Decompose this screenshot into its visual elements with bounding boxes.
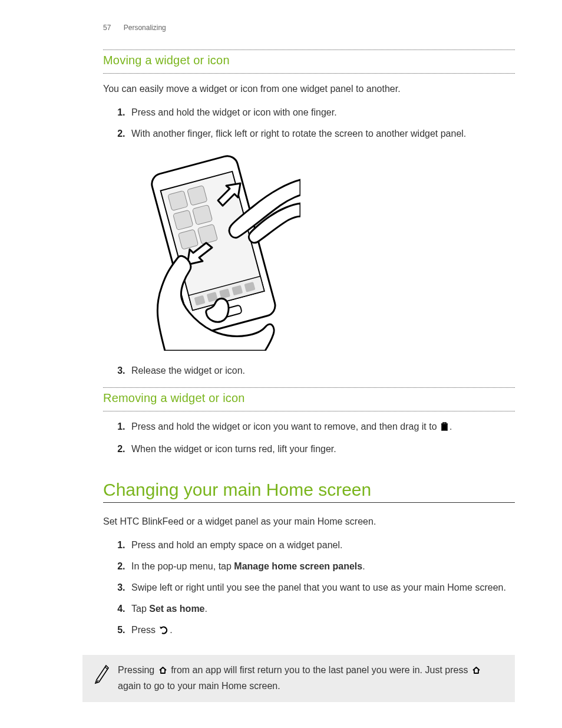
step-text: .	[170, 625, 172, 635]
trash-icon	[441, 421, 448, 435]
step-text: In the pop-up menu, tap	[131, 561, 234, 571]
svg-line-16	[105, 667, 107, 669]
document-page: 57 Personalizing Moving a widget or icon…	[0, 0, 562, 728]
divider: Removing a widget or icon	[103, 387, 515, 405]
step-text: Tap	[131, 604, 149, 614]
step-text: .	[205, 604, 207, 614]
list-item: Press and hold an empty space on a widge…	[128, 538, 515, 552]
main-heading: Changing your main Home screen	[103, 480, 515, 500]
section-name: Personalizing	[124, 24, 166, 32]
list-item: When the widget or icon turns red, lift …	[128, 442, 515, 456]
steps-list-moving: Press and hold the widget or icon with o…	[103, 106, 515, 141]
intro-text: Set HTC BlinkFeed or a widget panel as y…	[103, 515, 515, 529]
list-item: In the pop-up menu, tap Manage home scre…	[128, 559, 515, 574]
svg-rect-15	[442, 424, 447, 430]
gesture-illustration	[130, 150, 515, 353]
divider	[103, 71, 515, 74]
bold-label: Set as home	[149, 604, 204, 614]
back-icon	[159, 624, 168, 638]
step-text: .	[362, 561, 365, 571]
page-header: 57 Personalizing	[103, 24, 515, 32]
steps-list-removing: Press and hold the widget or icon you wa…	[103, 420, 515, 456]
subheading-removing: Removing a widget or icon	[103, 391, 515, 405]
steps-list-changing: Press and hold an empty space on a widge…	[103, 538, 515, 638]
step-text: .	[449, 421, 452, 431]
list-item: Release the widget or icon.	[128, 364, 515, 378]
step-text: Press	[131, 625, 158, 635]
home-icon	[158, 664, 167, 679]
divider	[103, 502, 515, 503]
page-number: 57	[103, 24, 111, 32]
intro-text: You can easily move a widget or icon fro…	[103, 82, 515, 96]
home-icon	[472, 664, 481, 679]
note-part: again to go to your main Home screen.	[118, 681, 280, 691]
note-part: from an app will first return you to the…	[171, 665, 471, 675]
list-item: Swipe left or right until you see the pa…	[128, 581, 515, 595]
note-part: Pressing	[118, 665, 157, 675]
note-box: Pressing from an app will first return y…	[82, 655, 515, 702]
list-item: Press and hold the widget or icon with o…	[128, 106, 515, 120]
divider	[103, 409, 515, 411]
subheading-moving: Moving a widget or icon	[103, 54, 515, 67]
svg-line-17	[97, 680, 98, 682]
pen-icon	[94, 664, 110, 689]
note-text: Pressing from an app will first return y…	[118, 663, 503, 694]
list-item: Press .	[128, 623, 515, 638]
steps-list-moving-cont: Release the widget or icon.	[103, 364, 515, 378]
phone-hand-illustration-icon	[130, 150, 300, 351]
step-text: Press and hold the widget or icon you wa…	[131, 421, 439, 431]
list-item: Press and hold the widget or icon you wa…	[128, 420, 515, 435]
list-item: Tap Set as home.	[128, 602, 515, 616]
divider: Moving a widget or icon	[103, 50, 515, 67]
bold-label: Manage home screen panels	[234, 561, 362, 571]
list-item: With another finger, flick left or right…	[128, 127, 515, 141]
